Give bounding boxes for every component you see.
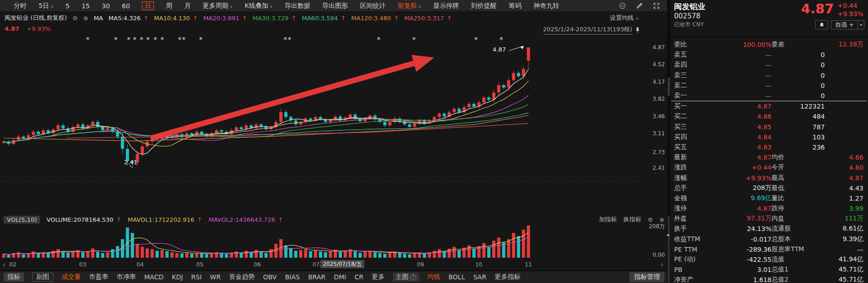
watchlist-label[interactable]: 自选 + <box>831 21 857 29</box>
toolbar-item[interactable]: 筹码 <box>509 2 522 10</box>
price-axis-label: 4.87 <box>652 44 665 51</box>
kline-chart[interactable]: *****************2.414.874.874.524.173.8… <box>0 35 667 271</box>
expand-icon[interactable] <box>653 2 660 9</box>
main-chart-tab[interactable]: BOLL <box>448 273 465 281</box>
divider-scroll-track[interactable] <box>668 216 670 283</box>
gear-icon[interactable]: ⚙ <box>72 15 78 22</box>
toolbar-item[interactable]: 周 <box>166 2 172 10</box>
chevron-down-icon[interactable]: ▾ <box>857 21 864 29</box>
scroll-right-arrow[interactable]: › <box>661 261 664 268</box>
kline-chart-area[interactable]: *****************2.414.874.874.524.173.8… <box>0 35 667 271</box>
pushpin-icon[interactable] <box>635 27 641 33</box>
ma-settings-button[interactable]: 设置均线 ∨ <box>610 14 639 22</box>
toolbar-item[interactable]: 神奇九转 <box>533 2 559 10</box>
buy-level-row[interactable]: 买二4.86484 <box>670 111 868 121</box>
last-price: 4.87 <box>801 1 834 17</box>
toolbar-item[interactable]: 60 <box>122 2 130 10</box>
scroll-left-arrow[interactable]: ‹ <box>3 261 6 268</box>
volume-axis-max-label: 208万 <box>649 223 665 230</box>
month-axis-label: 06 <box>254 261 261 268</box>
trend-arrow-annotation <box>151 55 434 140</box>
high-price-annotation: 4.87 <box>493 46 506 53</box>
price-axis-label: 4.52 <box>652 61 665 68</box>
buy-level-row[interactable]: 买三4.85787 <box>670 122 868 132</box>
main-chart-tab[interactable]: SAR <box>473 273 486 281</box>
event-marker-icon: * <box>127 36 130 44</box>
date-range-control[interactable]: 2025/1/24-2025/11/13(193根) <box>543 25 641 35</box>
price-axis-label: 2.41 <box>652 165 665 171</box>
buy-level-row[interactable]: 买一4.87122321 <box>670 101 868 111</box>
add-watchlist-button[interactable]: 自选 + ▾ <box>831 20 864 29</box>
indicator-tab[interactable]: BIAS <box>285 273 300 281</box>
toolbar-item[interactable]: 分时 <box>14 2 27 10</box>
toolbar-item[interactable]: 日 <box>142 1 154 10</box>
vol-indicator-button[interactable]: VOL(5,10) <box>4 216 40 224</box>
close-icon[interactable]: ⊗ <box>659 216 664 223</box>
toolbar-item[interactable]: 到价提醒 <box>471 2 497 10</box>
sell-level-row[interactable]: 卖五—0 <box>670 50 868 60</box>
toolbar-item[interactable]: 月 <box>184 2 191 10</box>
main-chart-tab[interactable]: 更多指标 <box>494 273 520 281</box>
dropdown-circle-icon[interactable] <box>619 2 626 9</box>
main-chart-tab[interactable]: 主图? <box>393 272 419 282</box>
indicator-tab[interactable]: BRAR <box>308 273 325 281</box>
toolbar-item[interactable]: 更多周期∨ <box>203 2 233 10</box>
indicator-tab[interactable]: WR <box>210 273 221 281</box>
event-marker-icon: * <box>499 36 503 44</box>
panel-toggle-button[interactable]: 指标 <box>4 272 24 282</box>
toolbar-item[interactable]: 显示停牌 <box>433 2 459 10</box>
indicator-tab[interactable]: OBV <box>263 273 277 281</box>
toolbar-item[interactable]: 导出图形 <box>322 2 348 10</box>
indicator-tab[interactable]: 市盈率 <box>89 273 108 281</box>
indicator-tab[interactable]: RSI <box>191 273 202 281</box>
toolbar-item[interactable]: 导出数据 <box>284 2 310 10</box>
indicator-tab[interactable]: 更多 <box>372 273 385 281</box>
divider-drag-handle[interactable] <box>668 77 670 96</box>
period-toolbar: 分时5日∨5153060日周月更多周期∨K线叠加∨导出数据导出图形区间统计前复权… <box>0 0 667 12</box>
indicator-tab[interactable]: DMI <box>334 273 346 281</box>
indicator-tab[interactable]: 市净率 <box>117 273 136 281</box>
current-pct-label: +9.93% <box>27 25 51 32</box>
main-chart-tab[interactable]: 均线 <box>427 273 440 281</box>
indicator-tab[interactable]: KDJ <box>172 273 183 281</box>
event-marker-icon: * <box>133 36 136 44</box>
toolbar-item[interactable]: 15 <box>81 2 90 10</box>
buy-level-row[interactable]: 买五4.83236 <box>670 142 868 152</box>
brush-icon[interactable] <box>636 2 643 9</box>
collapse-panel-icon[interactable]: ► <box>667 233 670 237</box>
volume-header: VOL(5,10) VOLUME:2078164.530 ↑ MAVOL1:17… <box>4 215 664 224</box>
chart-title: 闽发铝业 (日线,前复权) <box>5 14 67 22</box>
toolbar-item[interactable]: 30 <box>102 2 110 10</box>
chevron-down-icon: ∨ <box>418 4 421 9</box>
sell-level-row[interactable]: 卖二—0 <box>670 81 868 91</box>
switch-indicator-link[interactable]: 换指标 <box>623 215 641 224</box>
toolbar-item[interactable]: K线叠加∨ <box>245 2 273 10</box>
sell-level-row[interactable]: 卖一—0 <box>670 91 868 101</box>
toolbar-item[interactable]: 区间统计 <box>360 2 386 10</box>
indicator-manage-button[interactable]: 指标管理 <box>630 272 664 282</box>
buy-level-row[interactable]: 买四4.84103 <box>670 132 868 142</box>
help-icon[interactable]: ? <box>410 274 416 280</box>
stat-row: PE TTM-289.36股息率TTM— <box>670 244 868 254</box>
date-range-label[interactable]: 2025/1/24-2025/11/13(193根) <box>543 25 632 35</box>
close-icon[interactable]: ⊗ <box>83 15 88 22</box>
add-indicator-link[interactable]: 加指标 <box>599 215 617 224</box>
gear-icon[interactable]: ⚙ <box>647 216 653 223</box>
price-change: +0.44 <box>838 1 863 10</box>
indicator-tab[interactable]: 资金趋势 <box>229 273 255 281</box>
toolbar-item[interactable]: 5 <box>66 2 70 10</box>
panel-toggle-button[interactable]: 副图 <box>32 272 53 282</box>
indicator-tab[interactable]: 成交量 <box>62 273 81 281</box>
sell-level-row[interactable]: 卖三—0 <box>670 70 868 81</box>
stat-row: 总手208万最低4.43 <box>670 183 868 193</box>
panel-divider[interactable]: ► <box>667 0 670 283</box>
sell-level-row[interactable]: 卖四—0 <box>670 60 868 70</box>
toolbar-item[interactable]: 前复权∨ <box>397 2 421 10</box>
toolbar-item[interactable]: 5日∨ <box>39 2 54 10</box>
stat-row: 收益TTM-0.017总股本9.39亿 <box>670 234 868 244</box>
alert-bell-button[interactable] <box>815 20 828 29</box>
event-marker-icon: * <box>114 36 118 44</box>
indicator-tab[interactable]: MACD <box>144 273 164 281</box>
indicator-tab[interactable]: CR <box>354 273 363 281</box>
stat-row: PB3.01总值145.71亿 <box>670 265 868 275</box>
